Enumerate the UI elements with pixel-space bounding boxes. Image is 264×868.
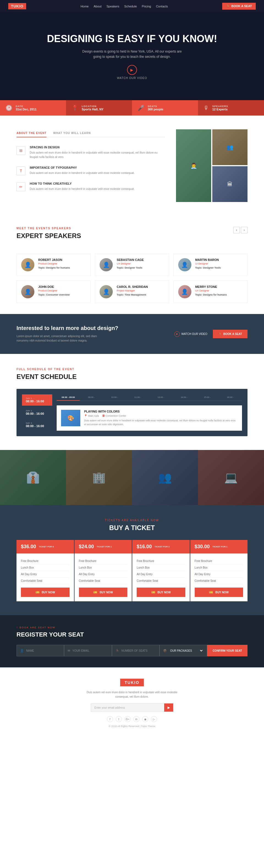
ticket-feature-brochure-0: Free Brochure [21, 558, 70, 564]
register-form[interactable]: 👤 ✉ 🪑 📦 OUR PACKAGES Package 1 Package 2… [16, 645, 248, 656]
footer-logo: TUKIO [120, 679, 144, 686]
buy-button-3[interactable]: 🎫 BUY NOW [195, 588, 243, 597]
buy-button-0[interactable]: 🎫 BUY NOW [21, 588, 70, 597]
schedule-timeline: 08:00 - 09:00 09:00 - 10:00 - 11:00 - 13… [57, 394, 242, 431]
name-input[interactable] [26, 649, 61, 652]
ticket-card-2: $16.00 TICKET FOR 2 Free Brochure Lunch … [132, 540, 190, 601]
spacing-icon: ⊞ [16, 146, 25, 155]
cta-book-button[interactable]: 🪑 BOOK A SEAT [213, 330, 248, 338]
cta-watch-link[interactable]: ▶ WATCH OUR VIDEO [174, 331, 207, 337]
speaker-topic-2: Topic: Designer Tools [195, 267, 221, 269]
speakers-grid: 👤 ROBERT JASON Product Designer Topic: D… [16, 253, 248, 303]
seats-field[interactable]: 🪑 [112, 645, 160, 656]
event-title: PLAYING WITH COLORS [84, 410, 238, 413]
seat-icon: 🪑 [226, 4, 230, 8]
day3-label: DAY 3 [26, 422, 48, 424]
linkedin-icon[interactable]: in [133, 716, 139, 722]
nav-contacts[interactable]: Contacts [156, 5, 168, 8]
day2-label: DAY 2 [26, 409, 48, 412]
seats-input[interactable] [122, 649, 156, 652]
ticket-feature-lunch-2: Lunch Box [137, 564, 185, 571]
speaker-avatar-5: 👤 [178, 285, 191, 298]
gallery-item-2: 🏢 [66, 450, 132, 505]
nav-speakers[interactable]: Speakers [106, 5, 119, 8]
info-speakers: 🎙 SPEAKERS 12 Experts [198, 100, 264, 116]
schedule-day-2[interactable]: DAY 2 08:00 - 16:00 [22, 407, 52, 418]
logo[interactable]: TUKIO [8, 3, 26, 9]
twitter-icon[interactable]: t [116, 716, 122, 722]
nav-about[interactable]: About [94, 5, 101, 8]
tickets-pretitle: Tickets are available now [16, 519, 248, 522]
packages-field[interactable]: 📦 OUR PACKAGES Package 1 Package 2 Packa… [160, 645, 207, 656]
footer-email-input[interactable] [91, 704, 164, 712]
about-item-spacing: ⊞ SPACING IN DESIGN Duis autem vel eum i… [16, 146, 165, 159]
creative-text: Duis autem vel eum iriure dolor in hendr… [30, 187, 134, 191]
nav-schedule[interactable]: Schedule [124, 5, 137, 8]
ticket-body-1: Free Brochure Lunch Box All Day Entry Co… [74, 553, 132, 601]
speaker-card-1: 👤 SEBASTIAN CAGE UX Designer Topic: Desi… [95, 253, 169, 276]
email-field[interactable]: ✉ [64, 645, 112, 656]
confirm-seat-button[interactable]: CONFIRM YOUR SEAT [207, 645, 248, 656]
time-slot-0: 08:00 - 09:00 [57, 394, 80, 401]
speaker-avatar-2: 👤 [178, 258, 191, 271]
ticket-header-3: $30.00 TICKET FOR 1 [190, 540, 248, 553]
next-speaker-button[interactable]: › [241, 227, 248, 234]
social-links: f t G+ in ◉ ▷ [16, 716, 248, 722]
ticket-feature-lunch-1: Lunch Box [79, 564, 128, 571]
speaker-name-4: CAROL R. SHERIDAN [117, 285, 148, 288]
tab-about-event[interactable]: ABOUT THE EVENT [16, 129, 46, 137]
ticket-header-2: $16.00 TICKET FOR 2 [132, 540, 190, 553]
gallery: 👔 🏢 👥 💻 [0, 450, 264, 505]
footer-email-submit[interactable]: ▶ [164, 704, 173, 712]
speaker-name-1: SEBASTIAN CAGE [117, 258, 143, 261]
about-item-typography: T IMPORTANCE OF TYPOGRAPHY Duis autem ve… [16, 166, 165, 175]
name-field[interactable]: 👤 [16, 645, 64, 656]
speakers-value: 12 Experts [212, 107, 228, 111]
nav-book-button[interactable]: 🪑 BOOK A SEAT [222, 3, 256, 10]
schedule-day-1[interactable]: DAY 1 08:00 - 16:00 [22, 394, 52, 406]
schedule-days: DAY 1 08:00 - 16:00 DAY 2 08:00 - 16:00 … [22, 394, 52, 431]
location-label: LOCATION [82, 105, 103, 107]
ticket-type-2: TICKET FOR 2 [155, 546, 170, 548]
day3-time: 08:00 - 16:00 [26, 424, 48, 428]
prev-speaker-button[interactable]: ‹ [233, 227, 240, 234]
packages-icon: 📦 [163, 649, 167, 652]
ticket-feature-entry-3: All Day Entry [195, 571, 243, 578]
ticket-feature-seat-3: Comfortable Seat [195, 578, 243, 584]
nav-home[interactable]: Home [80, 5, 89, 8]
footer-description: Duis autem vel eum iriure dolor in hendr… [80, 690, 184, 699]
speaker-mic-icon: 🎙 [203, 105, 209, 111]
about-image-1: 👨‍💼 [176, 129, 211, 202]
email-input[interactable] [72, 649, 108, 652]
seats-label: SEATS [148, 105, 163, 107]
hero-section: DESIGNING IS EASY IF YOU KNOW! Design ev… [0, 12, 264, 100]
email-signup-form[interactable]: ▶ [91, 704, 173, 712]
youtube-icon[interactable]: ▷ [151, 716, 157, 722]
ticket-price-2: $16.00 [137, 544, 152, 550]
nav-pricing[interactable]: Pricing [142, 5, 151, 8]
tab-what-learn[interactable]: WHAT YOU WILL LEARN [53, 129, 91, 137]
register-pretitle: ↑ BOOK ARE SEAT NOW [16, 626, 248, 629]
about-image-3: 🏛 [212, 166, 248, 202]
event-location: 📍 Main Aula [84, 414, 99, 417]
time-slots: 08:00 - 09:00 09:00 - 10:00 - 11:00 - 13… [57, 394, 242, 401]
cta-seat-icon: 🪑 [218, 333, 222, 336]
about-images: 👨‍💼 👥 🏛 [176, 129, 248, 202]
speaker-name-0: ROBERT JASON [38, 258, 70, 261]
watch-video-button[interactable]: ▶ WATCH OUR VIDEO [117, 65, 147, 80]
packages-select[interactable]: OUR PACKAGES Package 1 Package 2 Package… [169, 649, 203, 652]
email-icon: ✉ [68, 649, 70, 652]
speaker-card-3: 👤 JOHN DOE Product Designer Topic: Consu… [16, 280, 91, 303]
buy-button-1[interactable]: 🎫 BUY NOW [79, 588, 128, 597]
clock-icon: 🕐 [5, 104, 12, 111]
buy-icon-1: 🎫 [93, 590, 97, 594]
buy-button-2[interactable]: 🎫 BUY NOW [137, 588, 185, 597]
googleplus-icon[interactable]: G+ [125, 716, 131, 722]
ticket-price-1: $24.00 [79, 544, 94, 550]
schedule-day-3[interactable]: DAY 3 08:00 - 16:00 [22, 419, 52, 430]
typography-icon: T [16, 166, 25, 175]
register-section: ↑ BOOK ARE SEAT NOW REGISTER YOUR SEAT 👤… [0, 615, 264, 668]
ticket-feature-brochure-3: Free Brochure [195, 558, 243, 564]
facebook-icon[interactable]: f [107, 716, 113, 722]
instagram-icon[interactable]: ◉ [142, 716, 148, 722]
